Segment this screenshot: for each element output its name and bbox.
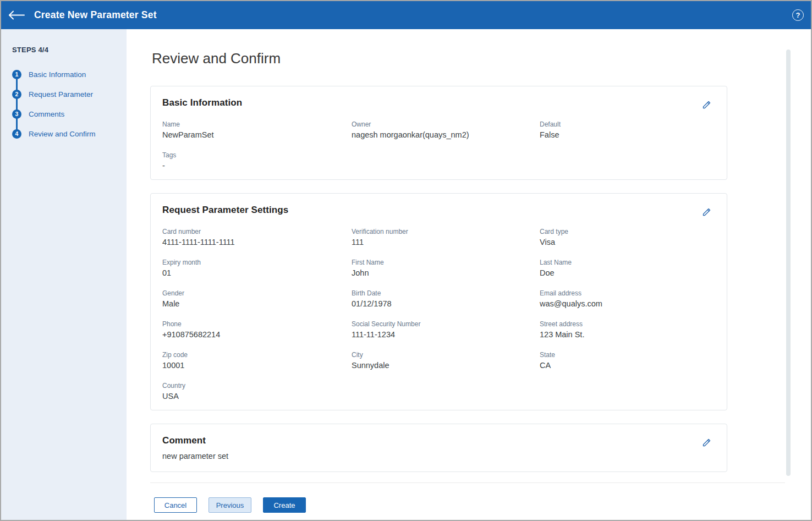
step-number-badge: 2 xyxy=(12,90,21,99)
fields-grid: NameNewParamSetOwnernagesh morgaonkar(qu… xyxy=(162,120,714,171)
step-label: Review and Confirm xyxy=(29,130,96,138)
previous-button[interactable]: Previous xyxy=(209,497,251,513)
top-bar: Create New Parameter Set ? xyxy=(1,1,811,29)
field: GenderMale xyxy=(162,289,352,309)
field-label: Street address xyxy=(540,320,714,328)
field-value: NewParamSet xyxy=(162,130,352,140)
card-title: Request Parameter Settings xyxy=(162,205,714,216)
field-value: 111 xyxy=(352,238,540,247)
stepper: 1 Basic Information 2 Request Parameter … xyxy=(12,64,117,144)
step-number-badge: 3 xyxy=(12,109,21,119)
field-label: Last Name xyxy=(540,259,714,266)
field: First NameJohn xyxy=(352,259,540,278)
field-label: Country xyxy=(162,382,352,390)
field: Zip code10001 xyxy=(162,351,352,370)
edit-request-parameter-button[interactable] xyxy=(702,207,711,218)
step-number-badge: 1 xyxy=(12,70,21,79)
pencil-icon xyxy=(702,438,711,447)
pencil-icon xyxy=(702,100,711,109)
field-value: 111-11-1234 xyxy=(352,330,540,339)
field-value: CA xyxy=(540,361,714,370)
cancel-button[interactable]: Cancel xyxy=(154,497,197,513)
edit-comment-button[interactable] xyxy=(702,438,711,449)
field-label: Zip code xyxy=(162,351,352,359)
field: DefaultFalse xyxy=(540,120,714,140)
fields-grid: Card number4111-1111-1111-1111Verificati… xyxy=(162,228,714,401)
field: Tags- xyxy=(162,151,352,171)
field-value: False xyxy=(540,130,714,140)
question-mark-icon: ? xyxy=(796,11,800,19)
card-title: Comment xyxy=(162,435,714,446)
step-basic-information[interactable]: 1 Basic Information xyxy=(12,64,117,84)
field: Last NameDoe xyxy=(540,259,714,278)
back-arrow-icon xyxy=(8,10,25,20)
card-basic-information: Basic Information NameNewParamSetOwnerna… xyxy=(150,86,727,180)
field-value: 10001 xyxy=(162,361,352,370)
help-button[interactable]: ? xyxy=(792,9,804,21)
field-label: Default xyxy=(540,120,714,128)
page-title: Create New Parameter Set xyxy=(34,9,157,21)
field: Phone+910875682214 xyxy=(162,320,352,339)
field: Card number4111-1111-1111-1111 xyxy=(162,228,352,247)
field: NameNewParamSet xyxy=(162,120,352,140)
step-comments[interactable]: 3 Comments xyxy=(12,104,117,124)
pencil-icon xyxy=(702,207,711,217)
card-comment: Comment new parameter set xyxy=(150,424,727,472)
field: Social Security Number111-11-1234 xyxy=(352,320,540,339)
field-value: nagesh morgaonkar(quays_nm2) xyxy=(352,130,540,140)
field-value: +910875682214 xyxy=(162,330,352,339)
field-value: Doe xyxy=(540,268,714,278)
steps-progress-label: STEPS 4/4 xyxy=(12,46,127,54)
step-label: Basic Information xyxy=(29,70,86,79)
field-value: 01/12/1978 xyxy=(352,299,540,309)
field: Email addresswas@qualys.com xyxy=(540,289,714,309)
create-button[interactable]: Create xyxy=(263,497,306,513)
field-label: Social Security Number xyxy=(352,320,540,328)
field-value: Sunnydale xyxy=(352,361,540,370)
step-label: Comments xyxy=(29,110,64,118)
field-value: was@qualys.com xyxy=(540,299,714,309)
card-title: Basic Information xyxy=(162,97,714,108)
field-label: Owner xyxy=(352,120,540,128)
field: Birth Date01/12/1978 xyxy=(352,289,540,309)
field-value: 4111-1111-1111-1111 xyxy=(162,238,352,247)
field-label: State xyxy=(540,351,714,359)
field-label: Card number xyxy=(162,228,352,235)
field-value: Visa xyxy=(540,238,714,247)
field: CountryUSA xyxy=(162,382,352,401)
action-buttons: Cancel Previous Create xyxy=(154,497,811,513)
edit-basic-information-button[interactable] xyxy=(702,100,711,111)
field-label: Gender xyxy=(162,289,352,297)
comment-text: new parameter set xyxy=(162,452,714,463)
field-value: 01 xyxy=(162,268,352,278)
field-label: Name xyxy=(162,120,352,128)
field-label: Card type xyxy=(540,228,714,235)
field: Expiry month01 xyxy=(162,259,352,278)
field-value: 123 Main St. xyxy=(540,330,714,339)
field: Street address123 Main St. xyxy=(540,320,714,339)
step-request-parameter[interactable]: 2 Request Parameter xyxy=(12,84,117,104)
main-content: Review and Confirm Basic Information Nam… xyxy=(127,29,811,520)
card-request-parameter-settings: Request Parameter Settings Card number41… xyxy=(150,193,727,410)
field: Card typeVisa xyxy=(540,228,714,247)
field-value: John xyxy=(352,268,540,278)
field-label: Birth Date xyxy=(352,289,540,297)
field: StateCA xyxy=(540,351,714,370)
field-value: Male xyxy=(162,299,352,309)
scrollbar-thumb[interactable] xyxy=(786,50,791,476)
field-label: Phone xyxy=(162,320,352,328)
field-label: Expiry month xyxy=(162,259,352,266)
field-label: City xyxy=(352,351,540,359)
field-label: Verification number xyxy=(352,228,540,235)
review-heading: Review and Confirm xyxy=(152,50,811,67)
field: Verification number111 xyxy=(352,228,540,247)
field: Ownernagesh morgaonkar(quays_nm2) xyxy=(352,120,540,140)
field-label: Email address xyxy=(540,289,714,297)
field-label: First Name xyxy=(352,259,540,266)
step-review-and-confirm[interactable]: 4 Review and Confirm xyxy=(12,124,117,144)
field-label: Tags xyxy=(162,151,352,159)
step-label: Request Parameter xyxy=(29,90,93,98)
field-value: - xyxy=(162,161,352,171)
field-value: USA xyxy=(162,392,352,401)
back-button[interactable] xyxy=(8,10,25,20)
